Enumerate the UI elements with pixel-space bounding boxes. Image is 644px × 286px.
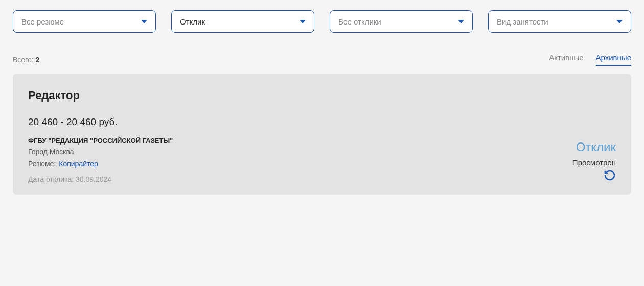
total-label: Всего: <box>13 56 36 64</box>
tab-active[interactable]: Активные <box>549 53 583 66</box>
caret-down-icon <box>458 20 464 23</box>
salary: 20 460 - 20 460 руб. <box>28 116 616 128</box>
employment-filter-label: Вид занятости <box>497 17 548 26</box>
total-count: 2 <box>36 56 40 64</box>
total-text: Всего: 2 <box>13 56 39 64</box>
location: Город Москва <box>28 148 616 156</box>
company-name: ФГБУ "РЕДАКЦИЯ "РОССИЙСКОЙ ГАЗЕТЫ" <box>28 137 616 145</box>
tabs: Активные Архивные <box>549 53 631 66</box>
status-block: Отклик Просмотрен <box>572 140 616 167</box>
filters-row: Все резюме Отклик Все отклики Вид занято… <box>13 10 631 33</box>
application-date: Дата отклика: 30.09.2024 <box>28 175 616 183</box>
status-sub: Просмотрен <box>572 158 616 167</box>
responses-filter-label: Все отклики <box>338 17 381 26</box>
resume-filter-label: Все резюме <box>21 17 64 26</box>
responses-filter-dropdown[interactable]: Все отклики <box>330 10 473 33</box>
summary-row: Всего: 2 Активные Архивные <box>13 43 631 66</box>
type-filter-dropdown[interactable]: Отклик <box>171 10 314 33</box>
resume-filter-dropdown[interactable]: Все резюме <box>13 10 156 33</box>
resume-link[interactable]: Копирайтер <box>59 160 98 168</box>
type-filter-label: Отклик <box>180 17 205 26</box>
tab-archived[interactable]: Архивные <box>596 53 631 66</box>
caret-down-icon <box>616 20 623 23</box>
caret-down-icon <box>141 20 147 23</box>
resume-label: Резюме: <box>28 160 56 168</box>
job-title: Редактор <box>28 89 616 102</box>
caret-down-icon <box>300 20 306 23</box>
application-card: Редактор 20 460 - 20 460 руб. ФГБУ "РЕДА… <box>13 74 631 195</box>
employment-filter-dropdown[interactable]: Вид занятости <box>488 10 631 33</box>
restore-icon[interactable] <box>604 169 616 183</box>
status-main: Отклик <box>572 140 616 154</box>
resume-row: Резюме: Копирайтер <box>28 160 616 168</box>
